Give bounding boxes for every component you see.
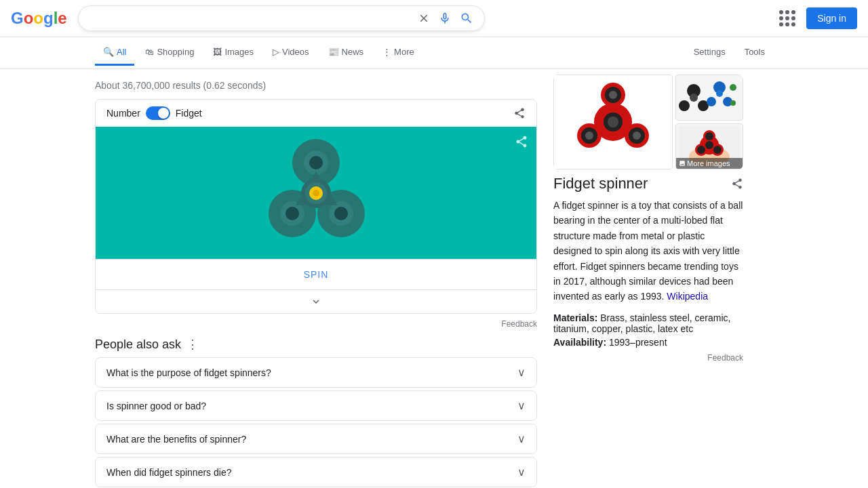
search-bar: fidget spinner (78, 5, 485, 31)
paa-question-4-text: When did fidget spinners die? (106, 467, 231, 478)
tab-news[interactable]: 📰 News (320, 40, 372, 66)
spinner-expand-button[interactable] (96, 289, 536, 313)
paa-item-3: What are the benefits of spinner? ∨ (95, 424, 537, 454)
tab-images-label: Images (224, 47, 254, 57)
svg-point-29 (690, 94, 698, 102)
svg-point-40 (705, 132, 713, 140)
more-images-label: More images (687, 159, 730, 167)
paa-heading: People also ask (95, 338, 181, 352)
paa-menu-icon[interactable]: ⋮ (186, 337, 199, 352)
tab-images[interactable]: 🖼 Images (205, 40, 262, 66)
canvas-share-button[interactable] (515, 135, 528, 148)
svg-point-33 (716, 90, 723, 97)
search-icons (418, 12, 473, 25)
right-share-button[interactable] (731, 178, 743, 190)
fidget-label: Fidget (176, 108, 202, 119)
paa-question-1-text: What is the purpose of fidget spinners? (106, 367, 271, 378)
svg-point-27 (679, 100, 690, 111)
spinner-footer: SPIN (96, 259, 536, 313)
colorful-spinners-svg (679, 77, 740, 118)
svg-point-44 (713, 146, 722, 154)
small-image-1[interactable] (675, 75, 743, 121)
paa-chevron-2: ∨ (517, 399, 526, 412)
svg-point-8 (334, 207, 348, 220)
paa-question-3[interactable]: What are the benefits of spinner? ∨ (96, 424, 536, 453)
tab-more[interactable]: ⋮ More (374, 40, 422, 66)
apps-icon[interactable] (779, 10, 795, 26)
svg-point-45 (705, 141, 713, 149)
search-input[interactable]: fidget spinner (90, 12, 412, 24)
paa-question-4[interactable]: When did fidget spinners die? ∨ (96, 458, 536, 487)
paa-question-2-text: Is spinner good or bad? (106, 401, 206, 411)
main-product-image[interactable] (553, 75, 673, 169)
spinner-header: Number Fidget (96, 100, 536, 127)
paa-item-1: What is the purpose of fidget spinners? … (95, 357, 537, 388)
header: Google fidget spinner Sign in (0, 0, 868, 37)
more-dots-icon: ⋮ (382, 47, 391, 57)
tab-videos-label: Videos (282, 47, 309, 57)
right-small-images: More images (675, 75, 743, 169)
tab-news-label: News (342, 47, 364, 57)
svg-point-35 (730, 100, 736, 106)
paa-question-3-text: What are the benefits of spinner? (106, 434, 246, 445)
svg-point-20 (585, 131, 593, 140)
number-fidget-toggle[interactable] (146, 106, 170, 120)
spin-button[interactable]: SPIN (96, 259, 536, 289)
results-area: About 36,700,000 results (0.62 seconds) … (0, 69, 868, 488)
tab-shopping[interactable]: 🛍 Shopping (137, 40, 202, 66)
availability-fact: Availability: 1993–present (553, 337, 743, 348)
tab-all-label: All (117, 47, 126, 57)
wikipedia-link[interactable]: Wikipedia (667, 291, 708, 302)
settings-link[interactable]: Settings (686, 40, 734, 66)
header-right: Sign in (779, 7, 857, 29)
paa-question-1[interactable]: What is the purpose of fidget spinners? … (96, 358, 536, 387)
right-panel-facts: Materials: Brass, stainless steel, ceram… (553, 312, 743, 348)
videos-icon: ▷ (273, 47, 279, 57)
number-label: Number (106, 108, 140, 119)
tab-videos[interactable]: ▷ Videos (264, 40, 317, 66)
results-count: About 36,700,000 results (0.62 seconds) (95, 75, 537, 99)
more-images-overlay[interactable]: More images (676, 158, 743, 169)
search-button[interactable] (460, 12, 473, 25)
svg-point-5 (285, 207, 299, 220)
paa-chevron-3: ∨ (517, 432, 526, 445)
materials-fact: Materials: Brass, stainless steel, ceram… (553, 312, 743, 334)
svg-point-25 (608, 117, 618, 127)
right-images-section: More images (553, 75, 743, 169)
tools-link[interactable]: Tools (736, 40, 773, 66)
right-panel-title: Fidget spinner (553, 175, 648, 192)
availability-value: 1993–present (609, 337, 667, 348)
paa-header: People also ask ⋮ (95, 337, 537, 352)
spinner-canvas[interactable] (96, 127, 536, 259)
paa-question-2[interactable]: Is spinner good or bad? ∨ (96, 391, 536, 420)
paa-chevron-1: ∨ (517, 366, 526, 379)
svg-point-34 (730, 84, 736, 91)
results-main: About 36,700,000 results (0.62 seconds) … (95, 69, 537, 488)
svg-point-23 (633, 131, 641, 140)
fidget-spinner-svg (248, 132, 384, 254)
tab-more-label: More (394, 47, 414, 57)
spinner-label-row: Number Fidget (106, 106, 202, 120)
paa-chevron-4: ∨ (517, 466, 526, 479)
clear-button[interactable] (418, 12, 430, 24)
results-right-panel: More images Fidget spinner A fidget spin… (553, 69, 743, 488)
settings-label: Settings (694, 47, 726, 57)
mic-button[interactable] (438, 12, 452, 25)
google-logo[interactable]: Google (11, 9, 67, 28)
toggle-knob (158, 108, 169, 119)
paa-item-4: When did fidget spinners die? ∨ (95, 457, 537, 487)
spinner-share-button[interactable] (513, 107, 526, 119)
images-icon: 🖼 (213, 47, 222, 57)
tab-shopping-label: Shopping (157, 47, 194, 57)
widget-feedback[interactable]: Feedback (95, 319, 537, 329)
spinner-product-svg (572, 81, 654, 163)
small-image-2[interactable]: More images (675, 123, 743, 169)
right-panel-description: A fidget spinner is a toy that consists … (553, 198, 743, 304)
materials-label: Materials: (553, 312, 597, 323)
right-panel-feedback[interactable]: Feedback (553, 353, 743, 363)
svg-point-17 (609, 91, 617, 99)
sign-in-button[interactable]: Sign in (806, 7, 857, 29)
spinner-widget: Number Fidget (95, 99, 537, 314)
tab-all[interactable]: 🔍 All (95, 40, 134, 66)
svg-point-31 (707, 97, 716, 106)
